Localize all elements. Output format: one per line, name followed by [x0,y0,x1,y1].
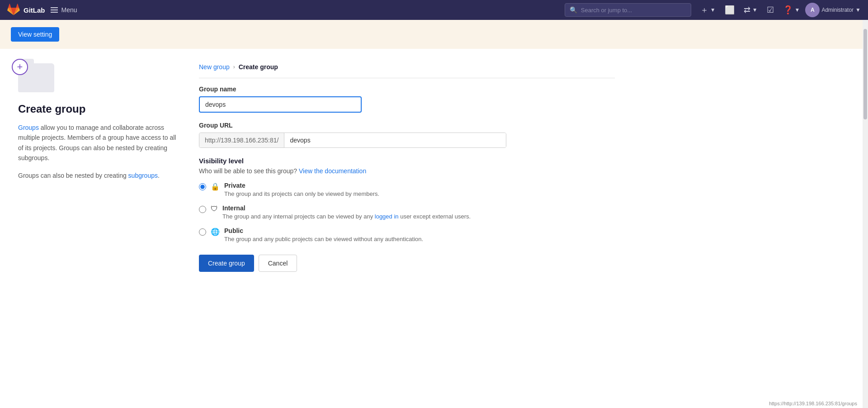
public-title: Public [224,227,615,234]
group-name-input[interactable] [199,96,362,113]
admin-dropdown-arrow[interactable]: ▼ [855,7,861,13]
merge-requests-button[interactable]: ⇄ ▼ [740,2,761,18]
public-option-content: Public The group and any public projects… [224,227,615,243]
description2-end: . [158,172,160,179]
radio-internal[interactable] [199,206,206,213]
right-panel: New group › Create group Group name Grou… [199,63,615,272]
search-bar[interactable]: 🔍 [565,3,691,17]
search-input[interactable] [581,7,686,14]
navbar-actions: ＋ ▼ ⬜ ⇄ ▼ ☑ ❓ ▼ A Administrator ▼ [697,2,861,18]
globe-icon: 🌐 [211,228,220,236]
user-avatar-button[interactable]: A [805,3,820,17]
issues-button[interactable]: ☑ [763,2,778,18]
search-icon: 🔍 [570,6,577,14]
plus-circle-icon: + [12,59,28,75]
shield-icon: 🛡 [211,205,218,213]
url-suffix-input[interactable] [284,133,506,147]
internal-title: Internal [222,204,615,212]
scrollbar-thumb[interactable] [863,29,867,119]
help-button[interactable]: ❓ ▼ [779,2,804,18]
left-panel-title: Create group [18,103,181,115]
brand-logo[interactable]: GitLab [7,4,45,16]
breadcrumb-separator: › [233,64,235,70]
url-input-group: http://139.198.166.235:81/ [199,133,506,148]
view-setting-button[interactable]: View setting [11,27,59,42]
left-panel-description2: Groups can also be nested by creating su… [18,171,181,180]
subgroups-link[interactable]: subgroups [128,172,158,179]
new-item-button[interactable]: ＋ ▼ [697,2,719,18]
private-option-content: Private The group and its projects can o… [224,182,615,198]
radio-option-internal: 🛡 Internal The group and any internal pr… [199,204,615,221]
radio-option-private: 🔒 Private The group and its projects can… [199,182,615,198]
left-panel-description1: Groups allow you to manage and collabora… [18,123,181,163]
navbar: GitLab Menu 🔍 ＋ ▼ ⬜ ⇄ ▼ ☑ ❓ ▼ A Administ… [0,0,868,20]
form-actions: Create group Cancel [199,255,615,272]
gitlab-logo-icon [7,4,20,16]
url-prefix: http://139.198.166.235:81/ [199,133,284,147]
group-name-field-group: Group name [199,85,615,113]
internal-option-content: Internal The group and any internal proj… [222,204,615,221]
cancel-button[interactable]: Cancel [259,255,297,272]
visibility-title: Visibility level [199,157,615,165]
public-description: The group and any public projects can be… [224,235,615,243]
breadcrumb-parent-link[interactable]: New group [199,63,230,71]
dashboard-icon-button[interactable]: ⬜ [721,2,738,18]
groups-link[interactable]: Groups [18,124,39,131]
group-url-label: Group URL [199,122,615,129]
description2-text: Groups can also be nested by creating [18,172,128,179]
menu-toggle[interactable]: Menu [51,6,77,14]
visibility-section: Visibility level Who will be able to see… [199,157,615,244]
brand-name: GitLab [24,6,45,14]
private-description: The group and its projects can only be v… [224,190,615,198]
create-group-button[interactable]: Create group [199,255,254,272]
logged-in-link[interactable]: logged in [375,213,399,220]
description1-text: allow you to manage and collaborate acro… [18,124,176,161]
menu-label: Menu [61,6,77,14]
group-name-label: Group name [199,85,615,93]
scrollbar-track[interactable] [863,20,868,286]
internal-description: The group and any internal projects can … [222,213,615,221]
breadcrumb: New group › Create group [199,63,615,78]
group-icon-wrapper: + [18,63,54,92]
radio-private[interactable] [199,183,206,190]
left-panel: + Create group Groups allow you to manag… [18,63,181,272]
private-title: Private [224,182,615,189]
visibility-subtitle: Who will be able to see this group? View… [199,167,615,175]
radio-public[interactable] [199,228,206,236]
radio-option-public: 🌐 Public The group and any public projec… [199,227,615,243]
banner: View setting [0,20,868,49]
breadcrumb-current: Create group [239,63,278,71]
main-content: + Create group Groups allow you to manag… [0,49,633,286]
visibility-question: Who will be able to see this group? [199,167,297,175]
admin-label: Administrator [821,7,854,13]
view-documentation-link[interactable]: View the documentation [299,167,366,175]
group-url-field-group: Group URL http://139.198.166.235:81/ [199,122,615,148]
lock-icon: 🔒 [211,182,220,191]
hamburger-icon [51,7,58,13]
